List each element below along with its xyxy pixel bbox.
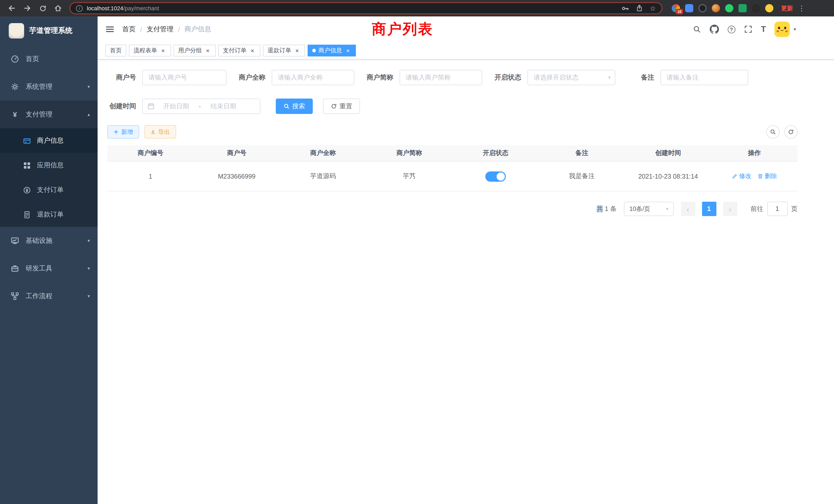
short-name-input[interactable] <box>399 70 482 85</box>
field-label: 商户全称 <box>237 73 272 82</box>
sidebar-item-label: 首页 <box>26 54 39 64</box>
chrome-update-button[interactable]: 更新 <box>781 4 793 12</box>
download-icon <box>151 129 156 135</box>
back-icon[interactable] <box>6 2 18 14</box>
browser-menu-icon[interactable]: ⋮ <box>798 4 805 12</box>
sidebar-item-dev-tools[interactable]: 研发工具 ▾ <box>0 255 97 282</box>
table-toolbar: 新增 导出 <box>107 125 797 139</box>
address-bar[interactable]: i localhost:1024 /pay/merchant ☆ <box>69 2 662 14</box>
tab-close-icon[interactable]: × <box>160 47 167 54</box>
filter-short-name: 商户简称 <box>365 70 482 85</box>
toggle-search-icon[interactable] <box>766 125 780 139</box>
help-icon[interactable]: ? <box>727 25 735 33</box>
extension-icon[interactable] <box>765 4 773 12</box>
breadcrumb-item[interactable]: 首页 <box>122 25 136 34</box>
tab-process-form[interactable]: 流程表单 × <box>129 45 171 56</box>
sidebar-item-merchant-info[interactable]: 商户信息 <box>0 128 97 153</box>
tab-label: 商户信息 <box>319 47 342 54</box>
extension-icon[interactable] <box>685 4 693 12</box>
sidebar-item-app-info[interactable]: 应用信息 <box>0 153 97 178</box>
tab-label: 流程表单 <box>133 47 157 54</box>
page-annotation-title: 商户列表 <box>372 21 434 38</box>
merchant-no-input[interactable] <box>142 70 226 85</box>
prev-page-button[interactable]: ‹ <box>681 202 695 216</box>
add-button[interactable]: 新增 <box>107 125 139 139</box>
tab-close-icon[interactable]: × <box>249 47 256 54</box>
goto-page-input[interactable] <box>767 202 788 216</box>
share-icon[interactable] <box>636 5 643 12</box>
remark-input[interactable] <box>660 70 748 85</box>
sidebar-item-system[interactable]: 系统管理 ▾ <box>0 73 97 100</box>
browser-toolbar: i localhost:1024 /pay/merchant ☆ 10 <box>0 0 834 17</box>
full-name-input[interactable] <box>272 70 354 85</box>
cell-id: 1 <box>107 173 194 180</box>
status-toggle[interactable] <box>485 171 506 181</box>
tab-close-icon[interactable]: × <box>294 47 301 54</box>
field-label: 开启状态 <box>492 73 527 82</box>
reset-button[interactable]: 重置 <box>323 98 360 114</box>
github-icon[interactable] <box>709 25 719 34</box>
extension-icon[interactable] <box>712 4 720 12</box>
tab-pay-order[interactable]: 支付订单 × <box>218 45 260 56</box>
font-size-icon[interactable]: T <box>761 25 766 33</box>
chevron-down-icon: ▾ <box>88 238 90 243</box>
extension-icon[interactable] <box>698 4 707 12</box>
delete-link-label: 删除 <box>765 172 777 181</box>
date-separator: - <box>196 102 204 110</box>
sidebar-item-workflow[interactable]: 工作流程 ▾ <box>0 282 97 310</box>
sidebar-item-refund-order[interactable]: 退款订单 <box>0 202 97 227</box>
tab-close-icon[interactable]: × <box>345 47 351 54</box>
reload-icon[interactable] <box>37 2 49 14</box>
breadcrumb: 首页 / 支付管理 / 商户信息 <box>122 25 211 34</box>
breadcrumb-item[interactable]: 支付管理 <box>147 25 173 34</box>
date-start-input[interactable] <box>158 102 195 110</box>
extension-icon[interactable] <box>752 4 760 12</box>
sidebar-item-infra[interactable]: 基础设施 ▾ <box>0 227 97 255</box>
browser-extensions: 10 <box>672 4 773 12</box>
tab-home[interactable]: 首页 <box>105 45 126 56</box>
site-info-icon[interactable]: i <box>76 5 83 12</box>
export-button[interactable]: 导出 <box>144 125 176 139</box>
tab-label: 支付订单 <box>223 47 246 54</box>
extension-icon[interactable] <box>739 4 747 12</box>
sidebar-item-payment[interactable]: ¥ 支付管理 ▴ <box>0 100 97 128</box>
edit-link[interactable]: 修改 <box>732 172 751 181</box>
tab-merchant-info[interactable]: 商户信息 × <box>308 45 356 56</box>
avatar-caret-icon[interactable]: ▾ <box>794 27 796 32</box>
cell-remark: 我是备注 <box>539 172 625 181</box>
bookmark-star-icon[interactable]: ☆ <box>650 5 656 12</box>
extension-icon[interactable] <box>725 4 733 12</box>
status-select[interactable] <box>527 70 615 85</box>
tab-user-group[interactable]: 用户分组 × <box>174 45 216 56</box>
password-key-icon[interactable] <box>622 4 629 12</box>
user-avatar[interactable] <box>775 22 790 37</box>
date-range-picker[interactable]: - <box>142 98 260 114</box>
search-icon[interactable] <box>693 25 701 33</box>
next-page-button[interactable]: › <box>723 202 737 216</box>
search-button[interactable]: 搜索 <box>276 98 313 114</box>
refresh-icon <box>331 103 337 109</box>
cell-merchant-no: M233666999 <box>194 173 280 180</box>
refresh-table-icon[interactable] <box>784 125 797 139</box>
sidebar-item-pay-order[interactable]: 支付订单 <box>0 178 97 202</box>
extension-icon[interactable]: 10 <box>672 4 680 12</box>
search-icon <box>284 103 290 109</box>
content: 商户号 商户全称 商户简称 开启状态 <box>97 60 834 504</box>
chevron-down-icon: ▾ <box>666 206 668 211</box>
tab-refund-order[interactable]: 退款订单 × <box>263 45 305 56</box>
cell-short-name: 芋艿 <box>366 172 453 181</box>
home-icon[interactable] <box>52 2 64 14</box>
sidebar-item-home[interactable]: 首页 <box>0 45 97 73</box>
sidebar-logo[interactable]: 芋道管理系统 <box>0 17 97 45</box>
date-end-input[interactable] <box>205 102 242 110</box>
delete-link[interactable]: 删除 <box>758 172 777 181</box>
export-button-label: 导出 <box>158 128 170 136</box>
url-host: localhost:1024 <box>87 5 123 11</box>
active-tab-dot <box>312 49 316 52</box>
forward-icon[interactable] <box>21 2 34 14</box>
page-number-button[interactable]: 1 <box>702 202 716 216</box>
tab-close-icon[interactable]: × <box>204 47 211 54</box>
fullscreen-icon[interactable] <box>744 25 752 33</box>
page-size-select[interactable]: 10条/页 ▾ <box>624 202 674 216</box>
hamburger-icon[interactable] <box>97 25 122 34</box>
